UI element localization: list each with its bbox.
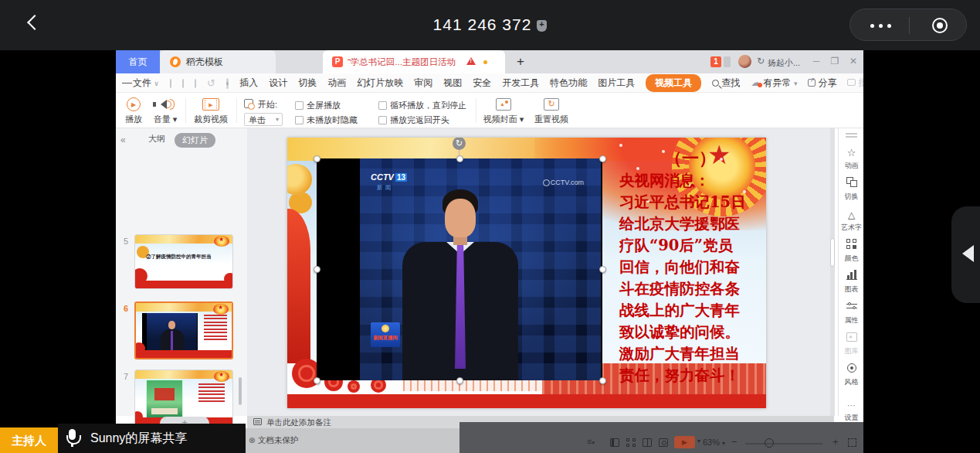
fullscreen-icon[interactable] — [848, 438, 856, 447]
resize-handle-e[interactable] — [599, 266, 606, 273]
picture-icon — [846, 332, 857, 342]
sidebar-item-properties[interactable]: 属性 — [839, 300, 863, 325]
sidebar-item-style[interactable]: 风格 — [839, 362, 863, 387]
menu-design[interactable]: 设计 — [269, 77, 287, 90]
video-cover-button[interactable]: 视频封面 ▾ — [482, 93, 525, 128]
menu-video-tools[interactable]: 视频工具 — [646, 74, 701, 92]
comment-button[interactable]: 批注 — [847, 77, 863, 90]
search-icon — [712, 80, 719, 87]
sidebar-handle[interactable] — [846, 133, 857, 135]
sliders-icon — [846, 301, 857, 311]
checkbox-hide[interactable]: 未播放时隐藏 — [295, 114, 358, 126]
new-tab-button[interactable]: + — [511, 53, 530, 71]
panel-collapse-icon[interactable]: « — [120, 135, 126, 145]
print-icon[interactable] — [182, 79, 184, 88]
sidebar-item-wordart[interactable]: △ 艺术字 — [839, 207, 863, 233]
resize-handle-s[interactable] — [456, 377, 463, 384]
video-object[interactable]: CCTV13 新闻 CCTV.com 新闻直播间 — [317, 158, 602, 380]
checkbox-rewind[interactable]: 播放完返回开头 — [378, 114, 449, 126]
tab-home[interactable]: 首页 — [116, 50, 160, 73]
projector-view-icon[interactable] — [659, 438, 668, 447]
menu-animation[interactable]: 动画 — [327, 77, 346, 90]
screen-share-label: Sunny的屏幕共享 — [90, 431, 187, 447]
checkbox-loop[interactable]: 循环播放，直到停止 — [378, 100, 466, 111]
right-sidebar: ☆ 动画 切换 △ 艺术字 颜色 图表 属性 图库 风格 ⋯ 设置 — [838, 128, 863, 416]
menu-picture-tools[interactable]: 图片工具 — [598, 77, 635, 90]
panel-scrollbar[interactable] — [239, 377, 242, 405]
sidebar-item-transition[interactable]: 切换 — [839, 176, 863, 202]
zoom-out-icon[interactable]: − — [731, 436, 738, 448]
play-button[interactable]: ▶ 播放 — [119, 93, 148, 128]
resize-handle-nw[interactable] — [314, 155, 320, 162]
menu-transition[interactable]: 切换 — [298, 77, 317, 90]
editor-canvas[interactable]: ★ （一） 央视网消息：习近平总书记15日 给北京大学援鄂医疗队“90后”党员 … — [247, 128, 834, 416]
preview-icon[interactable] — [195, 79, 196, 88]
menu-view[interactable]: 视图 — [443, 77, 462, 90]
slide-6[interactable]: ★ （一） 央视网消息：习近平总书记15日 给北京大学援鄂医疗队“90后”党员 … — [287, 138, 766, 408]
save-icon[interactable] — [170, 79, 171, 88]
checkbox-fullscreen[interactable]: 全屏播放 — [295, 100, 341, 111]
sidebar-item-animation[interactable]: ☆ 动画 — [839, 145, 863, 171]
canvas-scrollbar[interactable] — [830, 238, 835, 267]
sync-status-button[interactable]: ☁ 有异常 ▾ — [751, 77, 797, 90]
menu-security[interactable]: 安全 — [473, 77, 491, 90]
zoom-level[interactable]: 63% ▾ — [703, 438, 725, 447]
notes-hint: 单击此处添加备注 — [266, 417, 331, 428]
resize-handle-n[interactable] — [456, 155, 463, 162]
more-icon[interactable] — [870, 24, 901, 28]
resize-handle-ne[interactable] — [599, 155, 606, 162]
toolbar-collapse-icon[interactable]: ‹ — [226, 78, 229, 89]
start-select[interactable]: 单击▾ — [244, 113, 283, 126]
tab-document[interactable]: P “学总书记回...主题团日活动 — [323, 50, 505, 73]
volume-button[interactable]: 音量 ▾ — [150, 93, 181, 128]
slide-section-title[interactable]: （一） — [621, 147, 760, 170]
meeting-id: 141 246 372 — [0, 15, 980, 34]
username[interactable]: 扬起小... — [768, 57, 814, 69]
slide-thumbnail-6[interactable] — [134, 301, 233, 359]
share-button[interactable]: 分享 — [808, 77, 836, 90]
slideshow-play-button[interactable]: ▶ — [674, 436, 695, 448]
menu-review[interactable]: 审阅 — [414, 77, 432, 90]
reset-video-button[interactable]: 重置视频 — [530, 93, 573, 128]
resize-handle-sw[interactable] — [314, 377, 320, 384]
slide-body-text[interactable]: 央视网消息：习近平总书记15日 给北京大学援鄂医疗队“90后”党员 回信，向他们… — [619, 170, 765, 387]
trim-video-button[interactable]: ▶ 裁剪视频 — [190, 93, 232, 128]
sidebar-item-color[interactable]: 颜色 — [839, 238, 863, 264]
drawer-handle[interactable] — [951, 206, 980, 303]
sidebar-item-gallery[interactable]: 图库 — [839, 331, 863, 356]
phone-topbar: 141 246 372 — [0, 0, 980, 50]
menu-features[interactable]: 特色功能 — [550, 77, 587, 90]
resize-handle-se[interactable] — [599, 377, 606, 384]
tab-outline[interactable]: 大纲 — [148, 133, 165, 145]
tab-docer[interactable]: 稻壳模板 — [160, 50, 276, 73]
find-button[interactable]: 查找 — [712, 77, 740, 90]
slide-thumbnail-5[interactable]: ②了解疫情防控中的青年担当 — [134, 234, 233, 289]
undo-icon[interactable]: ↺ — [207, 77, 215, 89]
tab-document-title: “学总书记回...主题团日活动 — [348, 56, 462, 68]
resize-handle-w[interactable] — [314, 266, 320, 273]
cover-icon — [496, 98, 511, 111]
close-button[interactable]: ✕ — [846, 56, 860, 66]
menu-slideshow[interactable]: 幻灯片放映 — [357, 77, 403, 90]
wpp-file-icon: P — [332, 56, 343, 67]
notes-toggle-icon[interactable]: ≡▾ — [587, 437, 595, 446]
minimize-button[interactable]: ─ — [809, 56, 823, 66]
menu-devtools[interactable]: 开发工具 — [502, 77, 539, 90]
zoom-slider-track[interactable] — [745, 443, 822, 444]
zoom-slider-handle[interactable] — [765, 438, 774, 448]
style-icon — [847, 363, 856, 373]
menu-file[interactable]: 文件 ∨ — [133, 77, 159, 90]
sidebar-item-chart[interactable]: 图表 — [839, 269, 863, 295]
restore-button[interactable]: ❐ — [828, 56, 842, 66]
tab-slides[interactable]: 幻灯片 — [175, 133, 215, 148]
avatar[interactable] — [738, 55, 751, 68]
checkbox-icon — [378, 101, 387, 110]
doc-count-badge[interactable]: 1 — [710, 56, 721, 67]
menu-insert[interactable]: 插入 — [239, 77, 258, 90]
normal-view-icon[interactable] — [610, 438, 619, 447]
play-dropdown-icon[interactable]: ▾ — [697, 438, 700, 444]
zoom-in-icon[interactable]: + — [832, 436, 839, 448]
sidebar-item-settings[interactable]: ⋯ 设置 — [839, 397, 863, 423]
slide-sorter-icon[interactable] — [626, 438, 636, 447]
reading-view-icon[interactable] — [643, 438, 652, 447]
